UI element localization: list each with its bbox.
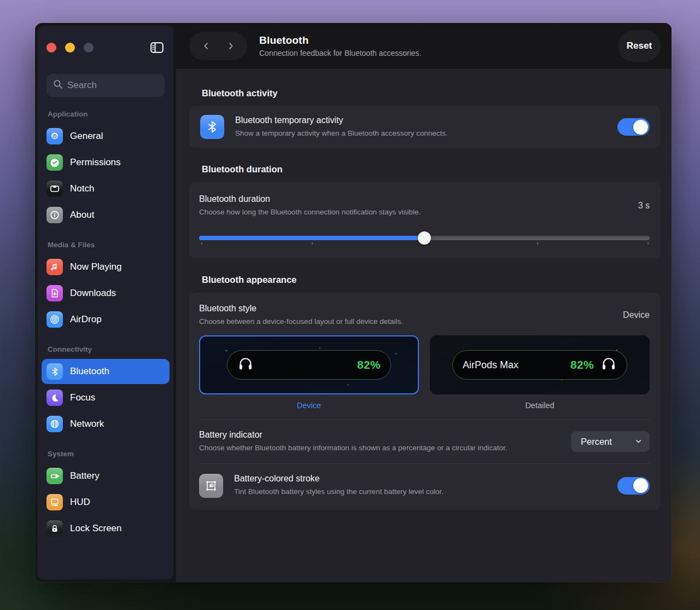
toggle-knob	[633, 478, 648, 493]
sidebar-section-system: System	[48, 450, 165, 458]
history-nav	[189, 32, 247, 60]
battery-percent: 82%	[357, 358, 381, 371]
search-input[interactable]	[67, 80, 149, 91]
battery-colored-stroke-toggle[interactable]	[617, 477, 650, 495]
headphones-icon	[237, 356, 254, 374]
sidebar-item-hud[interactable]: HUD	[42, 490, 170, 515]
bluetooth-icon	[200, 115, 224, 139]
setting-title: Battery-colored stroke	[234, 474, 604, 484]
setting-subtitle: Choose whether Bluetooth battery informa…	[199, 443, 538, 454]
settings-window: Application General Permissions Notch Ab…	[35, 23, 672, 582]
sidebar-item-label: Lock Screen	[70, 523, 122, 534]
sidebar-item-battery[interactable]: Battery	[42, 463, 170, 489]
sidebar-item-permissions[interactable]: Permissions	[42, 150, 170, 175]
sidebar-item-notch[interactable]: Notch	[42, 176, 170, 201]
sidebar-item-label: HUD	[70, 497, 90, 508]
duration-slider-fill	[199, 236, 424, 240]
sidebar: Application General Permissions Notch Ab…	[38, 26, 173, 579]
setting-subtitle: Choose between a device-focused layout o…	[199, 316, 614, 327]
search-field[interactable]	[46, 74, 165, 97]
sidebar-section-media-files: Media & Files	[48, 241, 165, 249]
detailed-preview-capsule: AirPods Max 82%	[452, 350, 627, 380]
battery-icon	[46, 468, 63, 484]
style-option-device[interactable]: 82%	[199, 335, 419, 394]
style-option-label-device[interactable]: Device	[297, 401, 321, 410]
temporary-activity-toggle[interactable]	[617, 118, 650, 136]
minimize-window-button[interactable]	[65, 43, 75, 53]
toggle-knob	[633, 120, 648, 135]
page-subtitle: Connection feedback for Bluetooth access…	[259, 49, 422, 57]
divider	[199, 420, 650, 420]
close-window-button[interactable]	[46, 43, 56, 53]
zoom-window-button[interactable]	[84, 43, 94, 53]
hud-icon	[46, 494, 63, 510]
settings-body: Bluetooth activity Bluetooth temporary a…	[176, 69, 672, 582]
stroke-style-icon	[199, 474, 223, 498]
bluetooth-icon	[46, 363, 63, 380]
back-button[interactable]	[198, 38, 214, 54]
sidebar-item-now-playing[interactable]: Now Playing	[42, 254, 170, 280]
forward-button[interactable]	[223, 38, 239, 54]
setting-subtitle: Tint Bluetooth battery styles using the …	[234, 486, 604, 497]
sidebar-item-airdrop[interactable]: AirDrop	[42, 307, 170, 332]
slider-tick	[312, 242, 313, 245]
sidebar-item-about[interactable]: About	[42, 202, 170, 228]
duration-card: Bluetooth duration Choose how long the B…	[189, 182, 661, 258]
slider-thumb[interactable]	[418, 231, 431, 245]
setting-title: Bluetooth temporary activity	[235, 115, 604, 125]
setting-title: Bluetooth style	[199, 304, 614, 313]
search-icon	[53, 79, 63, 91]
music-note-icon	[46, 259, 63, 275]
sidebar-item-label: Now Playing	[70, 262, 122, 272]
section-heading-duration: Bluetooth duration	[202, 164, 661, 175]
reset-button[interactable]: Reset	[618, 30, 661, 62]
sidebar-item-downloads[interactable]: Downloads	[42, 281, 170, 306]
device-name: AirPods Max	[463, 359, 518, 371]
page-title: Bluetooth	[259, 34, 422, 47]
slider-tick	[648, 242, 649, 245]
divider	[199, 463, 650, 464]
battery-indicator-dropdown[interactable]: Percent	[571, 431, 650, 452]
notch-icon	[46, 181, 63, 197]
style-option-label-detailed[interactable]: Detailed	[525, 401, 554, 410]
style-current-value: Device	[623, 310, 650, 320]
sidebar-item-label: Focus	[70, 392, 95, 403]
checkmark-seal-icon	[46, 154, 63, 171]
setting-subtitle: Choose how long the Bluetooth connection…	[199, 207, 629, 218]
globe-icon	[46, 416, 63, 432]
moon-icon	[46, 390, 63, 406]
appearance-card: Bluetooth style Choose between a device-…	[189, 293, 661, 510]
style-option-detailed[interactable]: AirPods Max 82%	[430, 335, 650, 394]
page-header: Bluetooth Connection feedback for Blueto…	[176, 23, 672, 69]
duration-slider[interactable]	[199, 230, 650, 246]
chevron-down-icon	[635, 437, 642, 447]
sidebar-item-label: Notch	[70, 183, 94, 194]
sidebar-toggle-icon[interactable]	[149, 41, 165, 54]
setting-title: Bluetooth duration	[199, 194, 629, 204]
sidebar-item-lock-screen[interactable]: Lock Screen	[42, 516, 170, 541]
sidebar-item-focus[interactable]: Focus	[42, 385, 170, 410]
sidebar-item-label: About	[70, 210, 94, 220]
sidebar-item-label: General	[70, 131, 103, 142]
download-doc-icon	[46, 285, 63, 301]
sidebar-item-label: Battery	[70, 470, 100, 481]
headphones-icon	[600, 356, 617, 374]
battery-percent: 82%	[570, 358, 594, 371]
sidebar-item-label: Permissions	[70, 157, 121, 168]
section-heading-appearance: Bluetooth appearance	[202, 275, 661, 285]
main-panel: Bluetooth Connection feedback for Blueto…	[176, 23, 672, 582]
duration-value: 3 s	[638, 201, 650, 211]
gear-icon	[46, 128, 63, 144]
activity-card: Bluetooth temporary activity Show a temp…	[189, 106, 661, 148]
window-controls	[46, 42, 165, 53]
sidebar-section-connectivity: Connectivity	[48, 345, 165, 353]
sidebar-item-label: Network	[70, 419, 104, 429]
sidebar-section-application: Application	[48, 110, 165, 118]
sidebar-item-label: Downloads	[70, 288, 116, 299]
lock-icon	[46, 520, 63, 537]
sidebar-item-general[interactable]: General	[42, 124, 170, 149]
sidebar-item-label: AirDrop	[70, 314, 102, 325]
sidebar-item-label: Bluetooth	[70, 366, 109, 377]
sidebar-item-network[interactable]: Network	[42, 411, 170, 437]
sidebar-item-bluetooth[interactable]: Bluetooth	[42, 359, 170, 384]
